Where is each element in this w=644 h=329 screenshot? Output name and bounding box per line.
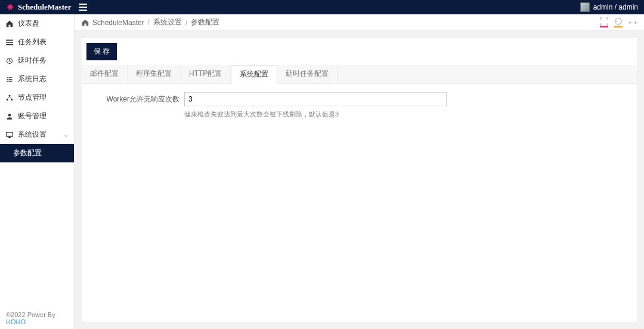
- sidebar-item-tasks[interactable]: 任务列表: [0, 33, 74, 51]
- list-icon: [6, 39, 13, 46]
- worker-noresponse-input[interactable]: [184, 92, 447, 106]
- svg-rect-14: [7, 132, 13, 136]
- sidebar-item-settings[interactable]: 系统设置 ⌄: [0, 125, 74, 144]
- refresh-icon[interactable]: [614, 17, 623, 27]
- avatar[interactable]: [580, 2, 590, 12]
- sidebar-item-accounts[interactable]: 账号管理: [0, 107, 74, 125]
- svg-rect-2: [6, 44, 13, 45]
- breadcrumb-item: 参数配置: [191, 17, 219, 27]
- svg-rect-0: [6, 39, 13, 41]
- tab-delayed[interactable]: 延时任务配置: [277, 65, 338, 83]
- svg-point-11: [7, 99, 8, 100]
- user-icon: [6, 113, 13, 120]
- svg-point-10: [9, 94, 11, 96]
- svg-rect-5: [9, 77, 13, 78]
- tab-assembly[interactable]: 程序集配置: [128, 65, 181, 83]
- app-header: ScheduleMaster admin / admin: [0, 0, 644, 14]
- footer-link[interactable]: HOHO: [6, 318, 26, 325]
- form-label-worker: Worker允许无响应次数: [90, 94, 179, 104]
- user-label[interactable]: admin / admin: [593, 3, 638, 11]
- sidebar-footer: ©2022 Power By HOHO: [0, 308, 74, 329]
- sidebar-item-label: 参数配置: [13, 148, 42, 158]
- clock-icon: [6, 57, 13, 64]
- svg-rect-1: [6, 42, 13, 43]
- form-row: Worker允许无响应次数: [90, 92, 628, 106]
- sidebar-menu: 仪表盘 任务列表 延时任务 系统日志 节点管理 账号管理: [0, 14, 74, 308]
- sidebar-item-logs[interactable]: 系统日志: [0, 70, 74, 88]
- sidebar-item-nodes[interactable]: 节点管理: [0, 88, 74, 107]
- sidebar-item-dashboard[interactable]: 仪表盘: [0, 14, 74, 33]
- breadcrumb-bar: ScheduleMaster / 系统设置 / 参数配置: [75, 14, 644, 31]
- tab-mail[interactable]: 邮件配置: [82, 65, 128, 83]
- sidebar-item-label: 系统日志: [18, 74, 47, 84]
- tabs: 邮件配置 程序集配置 HTTP配置 系统配置 延时任务配置: [82, 65, 637, 84]
- sidebar-item-label: 账号管理: [18, 111, 47, 121]
- header-left: ScheduleMaster: [6, 2, 87, 12]
- breadcrumb-item[interactable]: ScheduleMaster: [92, 19, 144, 27]
- monitor-icon: [6, 131, 13, 139]
- home-icon: [6, 20, 13, 27]
- nodes-icon: [6, 94, 13, 102]
- svg-rect-6: [7, 79, 8, 80]
- tab-system[interactable]: 系统配置: [231, 65, 277, 84]
- form-hint: 健康检查失败达到最大次数会被下线剔除，默认值是3: [184, 110, 628, 119]
- svg-rect-4: [7, 77, 8, 78]
- svg-point-13: [8, 113, 11, 116]
- home-icon: [82, 19, 89, 26]
- save-bar: 保 存: [82, 38, 637, 60]
- header-right: admin / admin: [580, 2, 638, 12]
- tab-http[interactable]: HTTP配置: [181, 65, 231, 83]
- form-area: Worker允许无响应次数 健康检查失败达到最大次数会被下线剔除，默认值是3: [82, 84, 637, 127]
- sidebar-subitem-params[interactable]: 参数配置: [0, 144, 74, 162]
- menu-toggle-icon[interactable]: [79, 4, 87, 11]
- fullscreen-icon[interactable]: [600, 17, 608, 27]
- svg-rect-8: [7, 81, 8, 82]
- main-area: ScheduleMaster / 系统设置 / 参数配置 保 存 邮件配置 程序…: [75, 14, 644, 329]
- brand-title: ScheduleMaster: [18, 2, 72, 12]
- logo-icon: [6, 3, 14, 11]
- expand-icon[interactable]: [628, 19, 637, 27]
- content-panel: 保 存 邮件配置 程序集配置 HTTP配置 系统配置 延时任务配置 Worker…: [82, 38, 637, 322]
- breadcrumb-separator: /: [185, 19, 187, 27]
- sidebar: 仪表盘 任务列表 延时任务 系统日志 节点管理 账号管理: [0, 14, 75, 329]
- log-icon: [6, 76, 13, 83]
- sidebar-item-label: 节点管理: [18, 93, 47, 103]
- save-button[interactable]: 保 存: [86, 43, 117, 60]
- footer-text: ©2022 Power By: [6, 311, 55, 318]
- toolbar-icons: [600, 17, 637, 27]
- sidebar-item-label: 系统设置: [18, 130, 47, 140]
- svg-point-12: [11, 99, 13, 100]
- sidebar-item-label: 仪表盘: [18, 19, 39, 29]
- breadcrumb-item[interactable]: 系统设置: [153, 17, 182, 27]
- svg-rect-7: [9, 79, 13, 80]
- chevron-down-icon: ⌄: [63, 131, 68, 138]
- svg-rect-9: [9, 81, 13, 82]
- sidebar-item-label: 延时任务: [18, 56, 47, 66]
- breadcrumb-separator: /: [148, 19, 150, 27]
- sidebar-item-label: 任务列表: [18, 37, 47, 47]
- breadcrumb: ScheduleMaster / 系统设置 / 参数配置: [82, 17, 219, 27]
- sidebar-item-delayed[interactable]: 延时任务: [0, 51, 74, 70]
